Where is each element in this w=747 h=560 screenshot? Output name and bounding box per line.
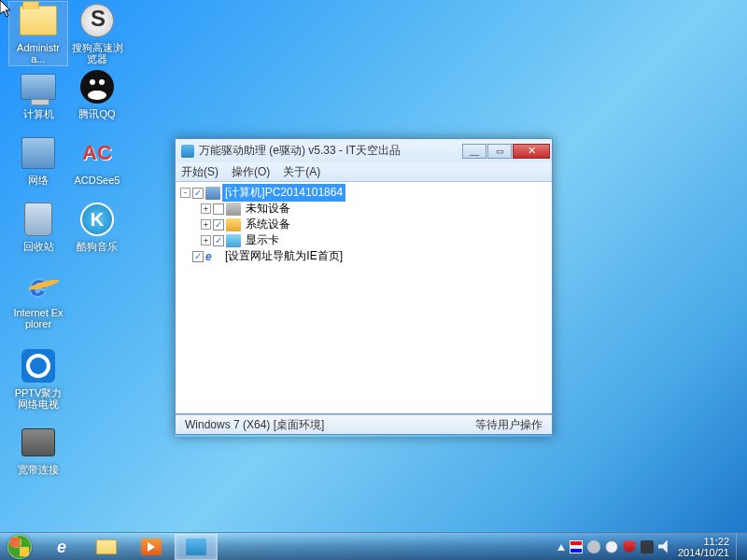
icon-label: 回收站 [9, 240, 67, 253]
menu-about[interactable]: 关于(A) [283, 164, 320, 180]
status-left: Windows 7 (X64) [桌面环境] [185, 417, 324, 433]
expander-icon[interactable]: - [180, 188, 190, 198]
desktop-icon-admin[interactable]: Administra... [9, 2, 67, 65]
desktop-icon-recycle[interactable]: 回收站 [9, 201, 67, 253]
minimize-button[interactable]: __ [462, 144, 486, 159]
window-title: 万能驱动助理 (e驱动) v5.33 - IT天空出品 [199, 143, 462, 159]
k-icon: K [78, 201, 117, 238]
desktop-icon-qq[interactable]: 腾讯QQ [68, 68, 126, 120]
clock-date: 2014/10/21 [678, 547, 729, 558]
checkbox[interactable]: ✓ [213, 235, 224, 246]
titlebar[interactable]: 万能驱动助理 (e驱动) v5.33 - IT天空出品 __ ▭ ✕ [176, 139, 552, 162]
computer-icon [19, 68, 58, 105]
folder-icon [96, 539, 117, 554]
statusbar: Windows 7 (X64) [桌面环境] 等待用户操作 [175, 414, 553, 435]
menu-start[interactable]: 开始(S) [181, 164, 218, 180]
expander-icon[interactable]: + [201, 235, 211, 245]
taskbar-explorer[interactable] [85, 534, 128, 560]
system-device-icon [226, 218, 241, 231]
menubar: 开始(S) 操作(O) 关于(A) [176, 162, 552, 181]
unknown-device-icon [226, 203, 241, 216]
desktop-icon-kugou[interactable]: K酷狗音乐 [68, 201, 126, 253]
driver-assistant-window: 万能驱动助理 (e驱动) v5.33 - IT天空出品 __ ▭ ✕ 开始(S)… [175, 138, 553, 437]
icon-label: PPTV聚力 网络电视 [9, 386, 67, 411]
device-tree[interactable]: - ✓ [计算机]PC2014101864 + 未知设备 + ✓ 系统设备 + … [175, 181, 553, 414]
start-button[interactable] [0, 533, 39, 560]
network-icon [19, 134, 58, 172]
ie-icon: e [19, 267, 58, 304]
ie-icon: e [57, 538, 66, 557]
icon-label: 搜狗高速浏览器 [68, 41, 126, 65]
icon-label: 酷狗音乐 [68, 240, 126, 253]
tray-icon[interactable] [641, 540, 654, 553]
system-tray: 11:22 2014/10/21 [554, 533, 747, 560]
checkbox[interactable]: ✓ [213, 219, 224, 231]
clock-time: 11:22 [678, 536, 729, 547]
window-chrome: 万能驱动助理 (e驱动) v5.33 - IT天空出品 __ ▭ ✕ 开始(S)… [175, 138, 553, 181]
icon-label: Administra... [9, 41, 67, 65]
icon-label: 腾讯QQ [68, 107, 126, 120]
taskbar-driver-assistant[interactable] [175, 534, 218, 560]
tray-icon[interactable] [587, 540, 600, 553]
desktop-icon-pptv[interactable]: PPTV聚力 网络电视 [9, 347, 67, 411]
icon-label: ACDSee5 [68, 174, 126, 187]
acdsee-icon: AC [78, 134, 117, 172]
icon-label: 宽带连接 [9, 463, 67, 476]
volume-icon[interactable] [658, 540, 671, 553]
ie-icon: e [205, 250, 220, 263]
tray-icon[interactable] [605, 540, 618, 553]
qq-icon [78, 68, 117, 105]
security-icon[interactable] [623, 540, 636, 553]
show-desktop-button[interactable] [736, 533, 743, 561]
taskbar-ie[interactable]: e [40, 534, 83, 560]
icon-label: 计算机 [9, 107, 67, 120]
desktop-icon-acdsee[interactable]: ACACDSee5 [68, 134, 126, 187]
app-icon [181, 145, 194, 158]
close-button[interactable]: ✕ [513, 144, 550, 159]
action-center-icon[interactable] [570, 540, 583, 553]
desktop-icon-dialup[interactable]: 宽带连接 [9, 424, 67, 476]
checkbox[interactable] [213, 203, 224, 215]
app-icon [186, 539, 206, 555]
folder-icon [19, 2, 58, 39]
taskbar-wmp[interactable] [130, 534, 173, 560]
icon-label: 网络 [9, 174, 67, 187]
icon-label: Internet Explorer [9, 306, 67, 330]
menu-action[interactable]: 操作(O) [232, 164, 270, 180]
clock[interactable]: 11:22 2014/10/21 [676, 536, 731, 558]
globe-icon [78, 2, 117, 39]
desktop-icon-network[interactable]: 网络 [9, 134, 67, 187]
expander-icon[interactable]: + [201, 219, 211, 230]
bin-icon [19, 201, 58, 238]
maximize-button[interactable]: ▭ [487, 144, 512, 159]
desktop-icon-sogou[interactable]: 搜狗高速浏览器 [68, 2, 126, 65]
checkbox[interactable]: ✓ [192, 188, 204, 199]
tray-overflow-icon[interactable] [557, 544, 565, 551]
taskbar: e 11:22 2014/10/21 [0, 532, 747, 560]
checkbox[interactable]: ✓ [192, 251, 204, 262]
desktop-icon-ie-desktop[interactable]: eInternet Explorer [9, 267, 67, 330]
desktop-icon-computer[interactable]: 计算机 [9, 68, 67, 120]
dial-icon [19, 424, 58, 461]
tree-node-iehome[interactable]: [设置网址导航为IE首页] [222, 247, 345, 265]
status-right: 等待用户操作 [475, 417, 543, 433]
pptv-icon [19, 347, 58, 385]
display-icon [226, 234, 241, 247]
computer-icon [205, 187, 220, 200]
wmp-icon [141, 539, 162, 555]
expander-icon[interactable]: + [201, 203, 211, 214]
